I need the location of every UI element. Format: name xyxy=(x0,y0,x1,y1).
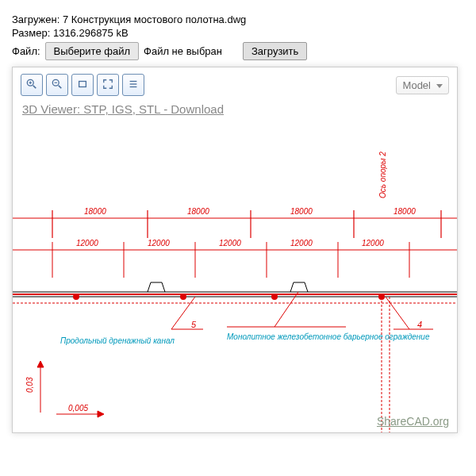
zoom-out-button[interactable] xyxy=(46,74,68,96)
zoom-extents-button[interactable] xyxy=(97,74,119,96)
svg-rect-7 xyxy=(79,81,86,86)
svg-point-28 xyxy=(181,294,186,299)
svg-point-27 xyxy=(74,294,79,299)
svg-line-36 xyxy=(274,292,298,327)
slope-vert: 0,03 xyxy=(25,377,34,393)
cad-viewer: Model 3D Viewer: STP, IGS, STL - Downloa… xyxy=(12,67,458,433)
callout-4: 4 xyxy=(417,320,422,329)
dim-top-3: 18000 xyxy=(290,207,313,216)
note-drainage: Продольный дренажный канал xyxy=(60,336,175,345)
model-space-select[interactable]: Model xyxy=(396,76,449,94)
zoom-out-icon xyxy=(52,79,63,92)
expand-icon xyxy=(102,79,113,92)
svg-line-5 xyxy=(59,85,62,88)
loaded-file-line: Загружен: 7 Конструкция мостового полотн… xyxy=(12,13,472,25)
rectangle-icon xyxy=(77,79,88,92)
axis-label: Ось опоры 2 xyxy=(378,152,387,198)
zoom-window-button[interactable] xyxy=(71,74,94,96)
sharecad-watermark[interactable]: ShareCAD.org xyxy=(377,415,449,428)
note-barrier-1: Монолитное железобетонное барьерное огра… xyxy=(227,332,430,341)
dim-mid-1: 12000 xyxy=(76,239,98,248)
upload-button[interactable]: Загрузить xyxy=(243,42,307,60)
svg-marker-41 xyxy=(37,361,44,367)
zoom-in-button[interactable] xyxy=(21,74,43,96)
3d-viewer-link[interactable]: 3D Viewer: STP, IGS, STL - Download xyxy=(13,102,457,121)
dim-mid-4: 12000 xyxy=(290,239,313,248)
file-size-line: Размер: 1316.296875 kB xyxy=(12,27,472,39)
layers-button[interactable] xyxy=(122,74,144,96)
drawing-canvas[interactable]: 18000 18000 18000 18000 12000 12000 1200… xyxy=(13,119,457,432)
zoom-in-icon xyxy=(26,79,37,92)
file-label: Файл: xyxy=(12,45,40,57)
svg-point-29 xyxy=(272,294,277,299)
layers-icon xyxy=(128,79,139,92)
dim-top-1: 18000 xyxy=(84,207,106,216)
dim-mid-3: 12000 xyxy=(219,239,241,248)
choose-file-button[interactable]: Выберите файл xyxy=(45,42,139,60)
svg-line-1 xyxy=(33,85,36,88)
dim-top-4: 18000 xyxy=(393,207,416,216)
dim-mid-2: 12000 xyxy=(148,239,170,248)
viewer-toolbar: Model xyxy=(13,67,457,102)
callout-5: 5 xyxy=(191,320,197,329)
slope-horiz: 0,005 xyxy=(68,404,88,413)
svg-marker-43 xyxy=(98,411,104,417)
no-file-text: Файл не выбран xyxy=(144,45,222,57)
dim-mid-5: 12000 xyxy=(362,239,384,248)
dim-top-2: 18000 xyxy=(187,207,209,216)
